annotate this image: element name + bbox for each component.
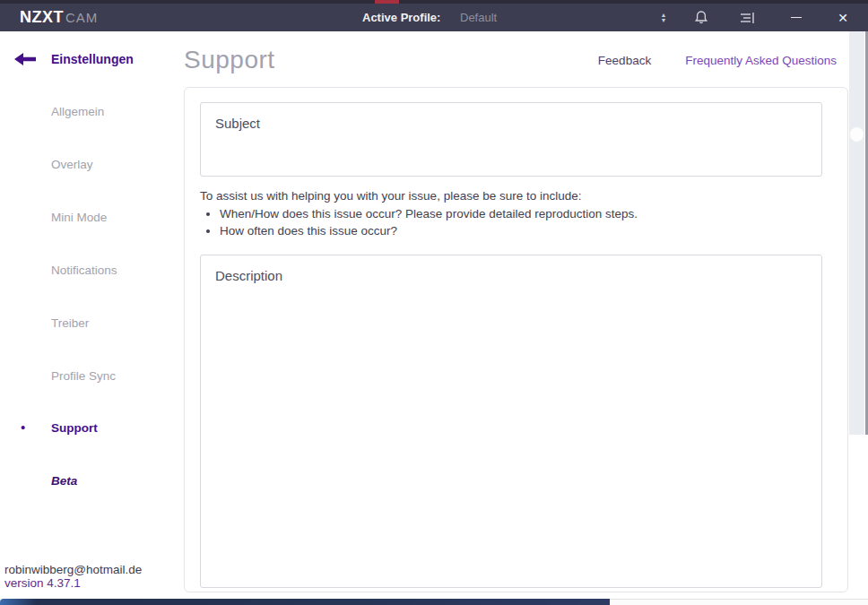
sidebar-item-mini-mode[interactable]: Mini Mode	[51, 211, 107, 224]
changelog-menu-icon[interactable]	[737, 4, 759, 31]
active-profile-label: Active Profile:	[362, 4, 440, 31]
scrollbar-track[interactable]	[849, 31, 864, 435]
minimize-icon[interactable]	[786, 4, 807, 31]
logo-nzxt-text: NZXT	[20, 8, 64, 27]
logo-cam-text: CAM	[65, 10, 98, 25]
sidebar-item-treiber[interactable]: Treiber	[51, 316, 89, 330]
faq-link[interactable]: Frequently Asked Questions	[685, 54, 837, 67]
sidebar-item-allgemein[interactable]: Allgemein	[51, 105, 104, 118]
sidebar-back-label: Einstellungen	[51, 52, 134, 66]
description-input[interactable]	[200, 255, 822, 588]
helper-bullet: When/How does this issue occur? Please p…	[220, 207, 638, 220]
taskbar-edge-strip	[0, 599, 610, 605]
sidebar-item-support[interactable]: Support	[51, 421, 98, 435]
sidebar-item-profile-sync[interactable]: Profile Sync	[51, 369, 116, 383]
profile-selector-updown-icon[interactable]: ▲▼	[653, 4, 674, 31]
back-arrow-icon	[14, 53, 36, 65]
sidebar-item-overlay[interactable]: Overlay	[51, 158, 93, 171]
account-email: robinwibberg@hotmail.de	[4, 563, 142, 576]
helper-text-block: To assist us with helping you with your …	[200, 189, 638, 241]
app-version: version 4.37.1	[4, 576, 81, 590]
notifications-bell-icon[interactable]	[690, 4, 712, 31]
sidebar-item-notifications[interactable]: Notifications	[51, 264, 117, 277]
active-item-bullet: •	[21, 419, 25, 435]
close-icon[interactable]: ✕	[832, 4, 854, 31]
feedback-link[interactable]: Feedback	[598, 54, 651, 67]
nzxt-cam-logo: NZXT CAM	[20, 4, 98, 31]
subject-input[interactable]	[200, 102, 822, 177]
bottom-right-strip	[610, 599, 868, 605]
support-form-card: To assist us with helping you with your …	[184, 87, 848, 592]
sidebar-back-einstellungen[interactable]: Einstellungen	[14, 52, 134, 66]
sidebar-item-beta[interactable]: Beta	[51, 474, 77, 488]
page-title: Support	[184, 46, 275, 74]
scrollbar-thumb[interactable]	[850, 127, 864, 142]
header-links: Feedback Frequently Asked Questions	[598, 54, 837, 67]
helper-bullet: How often does this issue occur?	[220, 224, 638, 238]
helper-intro: To assist us with helping you with your …	[200, 189, 638, 203]
helper-bullet-list: When/How does this issue occur? Please p…	[220, 207, 638, 238]
active-profile-value[interactable]: Default	[460, 4, 497, 31]
